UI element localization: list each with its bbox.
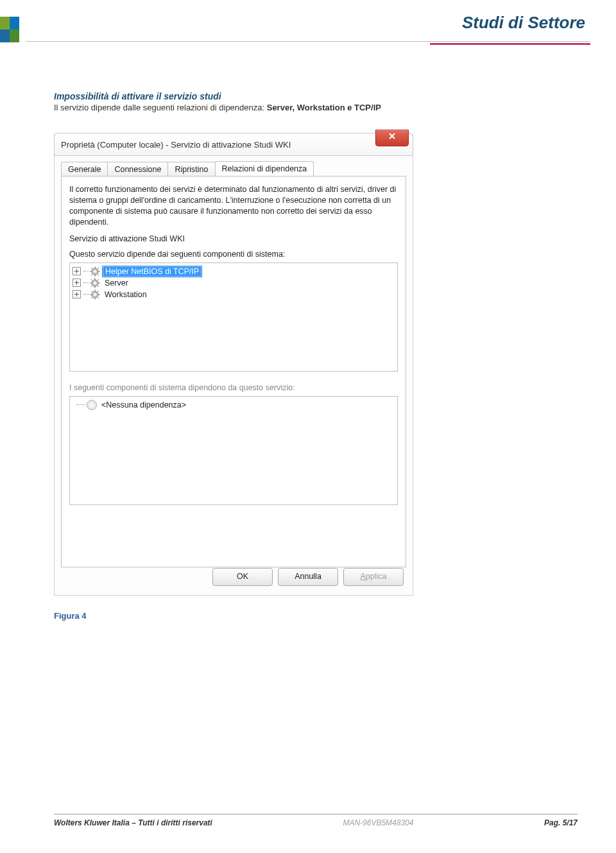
dialog-button-row: OK Annulla Applica: [212, 568, 404, 586]
tree-item-label: Server: [103, 279, 130, 288]
page-header: Studi di Settore: [0, 13, 590, 44]
svg-line-9: [91, 274, 92, 275]
tree-item-label: Workstation: [103, 290, 149, 299]
svg-line-7: [98, 274, 99, 275]
tree-item[interactable]: Workstation: [73, 289, 395, 300]
expand-icon[interactable]: [73, 267, 81, 275]
svg-line-27: [98, 297, 99, 298]
depends-on-label: Questo servizio dipende dai seguenti com…: [69, 250, 398, 259]
tree-item[interactable]: <Nessuna dipendenza>: [73, 399, 395, 411]
tree-item-label: Helper NetBIOS di TCP/IP: [103, 266, 201, 277]
tree-item[interactable]: Helper NetBIOS di TCP/IP: [73, 266, 395, 277]
svg-line-6: [91, 268, 92, 269]
section-heading: Impossibilità di attivare il servizio st…: [54, 91, 578, 101]
dialog-titlebar[interactable]: Proprietà (Computer locale) - Servizio d…: [54, 133, 413, 156]
gear-icon: [90, 289, 100, 300]
section-line-bold: Server, Workstation e TCP/IP: [267, 103, 381, 112]
close-icon: [388, 132, 397, 140]
svg-point-21: [94, 293, 96, 296]
section-line-prefix: Il servizio dipende dalle seguenti relaz…: [54, 103, 267, 112]
expand-icon[interactable]: [73, 290, 81, 298]
depends-on-tree[interactable]: Helper NetBIOS di TCP/IP Server Workstat…: [69, 263, 398, 372]
svg-point-1: [94, 270, 96, 273]
svg-line-29: [91, 297, 92, 298]
footer-doc-id: MAN-96VB5M48304: [343, 818, 413, 827]
dependency-description: Il corretto funzionamento dei servizi è …: [69, 184, 398, 228]
svg-line-19: [91, 286, 92, 287]
tree-item-label: <Nessuna dipendenza>: [99, 401, 188, 409]
figure-caption: Figura 4: [54, 611, 87, 621]
body-text: Impossibilità di attivare il servizio st…: [54, 91, 578, 112]
apply-button[interactable]: Applica: [343, 568, 404, 586]
cancel-button[interactable]: Annulla: [278, 568, 338, 586]
properties-dialog: Proprietà (Computer locale) - Servizio d…: [54, 134, 413, 596]
node-icon: [87, 400, 97, 410]
ok-button[interactable]: OK: [212, 568, 273, 586]
svg-line-16: [91, 279, 92, 280]
tree-connector: [76, 404, 85, 405]
tab-generale[interactable]: Generale: [61, 162, 108, 176]
svg-line-26: [91, 291, 92, 292]
tab-relazioni[interactable]: Relazioni di dipendenza: [215, 161, 314, 176]
tree-item[interactable]: Server: [73, 277, 395, 289]
svg-line-18: [98, 279, 99, 280]
svg-point-11: [94, 282, 96, 284]
tab-panel-dependencies: Il corretto funzionamento dei servizi è …: [61, 176, 406, 567]
section-line: Il servizio dipende dalle seguenti relaz…: [54, 103, 578, 112]
tree-connector: [83, 294, 89, 295]
gear-icon: [90, 278, 100, 288]
gear-icon: [90, 266, 100, 277]
expand-icon[interactable]: [73, 279, 81, 287]
svg-line-17: [98, 286, 99, 287]
apply-button-rest: pplica: [366, 572, 387, 581]
dialog-title: Proprietà (Computer locale) - Servizio d…: [61, 140, 291, 150]
service-name: Servizio di attivazione Studi WKI: [69, 234, 398, 243]
close-button[interactable]: [375, 130, 409, 146]
tree-connector: [83, 271, 89, 271]
page-footer: Wolters Kluwer Italia – Tutti i diritti …: [54, 814, 578, 827]
svg-line-8: [98, 268, 99, 269]
tab-row: Generale Connessione Ripristino Relazion…: [61, 161, 406, 176]
tab-ripristino[interactable]: Ripristino: [167, 162, 215, 176]
footer-page-number: Pag. 5/17: [544, 818, 578, 827]
brand-logo: [0, 17, 19, 44]
tree-connector: [83, 282, 89, 283]
footer-copyright: Wolters Kluwer Italia – Tutti i diritti …: [54, 818, 212, 827]
svg-line-28: [98, 291, 99, 292]
header-rule: [26, 41, 590, 44]
dependents-label: I seguenti componenti di sistema dipendo…: [69, 383, 398, 392]
tab-connessione[interactable]: Connessione: [107, 162, 168, 176]
page-title: Studi di Settore: [0, 13, 590, 33]
dependents-tree[interactable]: <Nessuna dipendenza>: [69, 396, 398, 505]
